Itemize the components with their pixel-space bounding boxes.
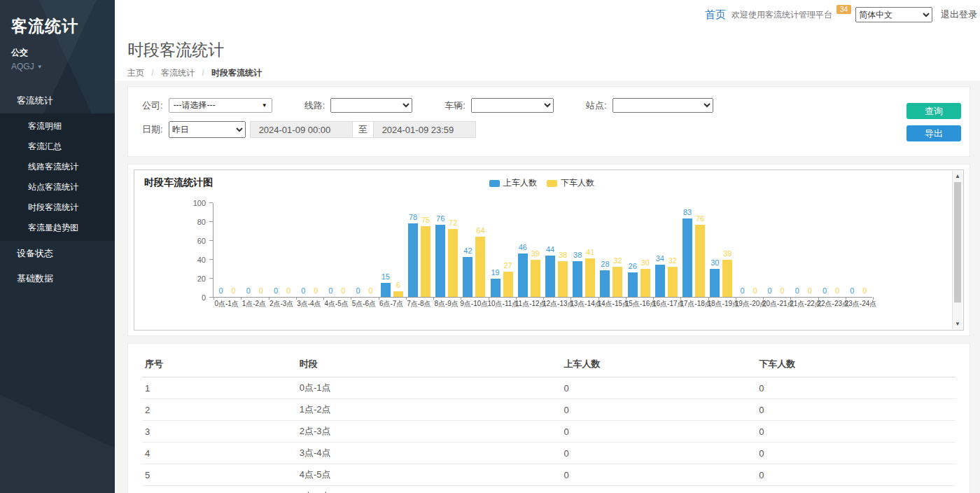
breadcrumb: 主页 / 客流统计 / 时段客流统计 bbox=[127, 67, 980, 79]
bar-column: 42 bbox=[463, 247, 472, 297]
x-axis-label: 4点-5点 bbox=[323, 299, 350, 309]
bar-value-label: 15 bbox=[382, 273, 390, 281]
table-body: 10点-1点0021点-2点0032点-3点0043点-4点0054点-5点00… bbox=[142, 377, 955, 493]
x-axis-label: 11点-12点 bbox=[515, 299, 542, 309]
bar bbox=[421, 226, 430, 297]
legend-item-1: 下车人数 bbox=[547, 177, 594, 189]
table-column-header-3: 下车人数 bbox=[756, 351, 955, 377]
bar bbox=[722, 260, 732, 297]
x-axis-label: 13点-14点 bbox=[570, 299, 597, 309]
bar-column: 0 bbox=[338, 287, 348, 297]
sidebar-item-0-2[interactable]: 线路客流统计 bbox=[0, 157, 115, 177]
bar bbox=[475, 237, 485, 297]
bar-column: 30 bbox=[640, 259, 650, 298]
bar-column: 0 bbox=[832, 287, 842, 297]
bar-column: 26 bbox=[628, 263, 638, 297]
legend-label: 上车人数 bbox=[503, 177, 537, 189]
bar-value-label: 0 bbox=[795, 287, 799, 295]
sidebar-item-0-0[interactable]: 客流明细 bbox=[0, 116, 115, 137]
main-content: 公司: ---请选择--- ▼ 线路: 车辆: 站点: 日期: 昨日 2024-… bbox=[115, 81, 980, 493]
table-cell: 1点-2点 bbox=[297, 399, 561, 421]
bar-column: 19 bbox=[491, 269, 500, 297]
sidebar-section-2[interactable]: 基础数据 bbox=[0, 266, 115, 291]
company-select[interactable]: ---请选择--- ▼ bbox=[169, 98, 272, 113]
bar-value-label: 0 bbox=[259, 287, 263, 295]
bar-group: 00 bbox=[296, 203, 323, 297]
language-select[interactable]: 简体中文 bbox=[855, 7, 932, 22]
logo-area: 客流统计 公交 AQGJ▼ bbox=[0, 0, 115, 81]
company-name: 公交 bbox=[11, 47, 104, 59]
breadcrumb-parent[interactable]: 客流统计 bbox=[161, 68, 195, 78]
chart-scrollbar[interactable]: ▲ ▼ bbox=[952, 171, 962, 329]
scrollbar-thumb[interactable] bbox=[954, 182, 961, 303]
page-title: 时段客流统计 bbox=[127, 39, 980, 61]
station-filter-label: 站点: bbox=[586, 99, 607, 112]
date-end-input[interactable]: 2024-01-09 23:59 bbox=[373, 121, 476, 138]
scroll-up-icon[interactable]: ▲ bbox=[953, 171, 962, 181]
bar-value-label: 0 bbox=[740, 287, 744, 295]
table-cell: 0 bbox=[561, 377, 756, 399]
bar bbox=[573, 261, 582, 297]
date-preset-select[interactable]: 昨日 bbox=[169, 121, 246, 138]
company-code-dropdown[interactable]: AQGJ▼ bbox=[11, 62, 104, 71]
bar-column: 0 bbox=[820, 287, 830, 297]
bar bbox=[640, 269, 650, 298]
table-column-header-1: 时段 bbox=[297, 351, 561, 377]
vehicle-select[interactable] bbox=[471, 98, 554, 113]
bar-group: 3432 bbox=[652, 203, 680, 297]
bar-column: 41 bbox=[585, 249, 595, 297]
bar-value-label: 0 bbox=[341, 287, 345, 295]
sidebar-item-0-5[interactable]: 客流量趋势图 bbox=[0, 218, 115, 238]
chevron-down-icon: ▼ bbox=[37, 64, 43, 70]
bar-column: 0 bbox=[298, 287, 308, 297]
bar-value-label: 0 bbox=[301, 287, 305, 295]
bar-value-label: 6 bbox=[396, 282, 400, 289]
x-axis-label: 2点-3点 bbox=[268, 299, 295, 309]
x-axis-label: 12点-13点 bbox=[542, 299, 570, 309]
station-select[interactable] bbox=[612, 98, 713, 113]
table-cell: 0 bbox=[561, 443, 756, 464]
bar-group: 1927 bbox=[488, 203, 515, 297]
sidebar-item-0-4[interactable]: 时段客流统计 bbox=[0, 197, 115, 218]
bar-group: 4639 bbox=[515, 203, 542, 297]
sidebar-section-1[interactable]: 设备状态 bbox=[0, 241, 115, 266]
bar-value-label: 0 bbox=[274, 287, 278, 295]
bar-value-label: 0 bbox=[752, 287, 757, 295]
bar-column: 46 bbox=[518, 244, 528, 297]
x-axis-label: 23点-24点 bbox=[845, 299, 872, 309]
bar-group: 00 bbox=[214, 203, 241, 297]
breadcrumb-home[interactable]: 主页 bbox=[127, 68, 144, 78]
export-button[interactable]: 导出 bbox=[906, 125, 961, 141]
bar-column: 0 bbox=[778, 287, 788, 297]
bar-group: 8376 bbox=[680, 203, 707, 297]
bar-group: 00 bbox=[323, 203, 351, 297]
table-cell: 3 bbox=[142, 421, 297, 443]
bar-value-label: 0 bbox=[246, 287, 251, 295]
sidebar-item-0-1[interactable]: 客流汇总 bbox=[0, 137, 115, 157]
bar bbox=[408, 223, 418, 297]
x-axis-label: 3点-4点 bbox=[295, 299, 323, 309]
company-filter-label: 公司: bbox=[142, 99, 163, 112]
x-axis-label: 17点-18点 bbox=[680, 299, 707, 309]
line-select[interactable] bbox=[330, 98, 412, 113]
bar bbox=[518, 254, 528, 297]
table-cell: 0 bbox=[561, 486, 756, 493]
scroll-down-icon[interactable]: ▼ bbox=[953, 319, 962, 329]
bar bbox=[710, 269, 720, 298]
search-button[interactable]: 查询 bbox=[906, 103, 961, 119]
sidebar-menu: 客流统计客流明细客流汇总线路客流统计站点客流统计时段客流统计客流量趋势图设备状态… bbox=[0, 88, 115, 291]
logout-link[interactable]: 退出登录 bbox=[941, 8, 977, 21]
date-start-input[interactable]: 2024-01-09 00:00 bbox=[250, 121, 353, 138]
home-link[interactable]: 首页 bbox=[705, 8, 726, 22]
bar-value-label: 44 bbox=[546, 246, 554, 254]
bar bbox=[491, 279, 500, 297]
bar-column: 6 bbox=[393, 282, 403, 297]
bar bbox=[463, 257, 472, 297]
x-axis-label: 21点-22点 bbox=[790, 299, 817, 309]
y-tick-label: 80 bbox=[182, 218, 206, 226]
sidebar-item-0-3[interactable]: 站点客流统计 bbox=[0, 177, 115, 197]
bar-column: 15 bbox=[381, 273, 391, 297]
sidebar-section-0[interactable]: 客流统计 bbox=[0, 88, 115, 113]
bar-value-label: 28 bbox=[601, 261, 609, 268]
x-axis-label: 8点-9点 bbox=[433, 299, 460, 309]
